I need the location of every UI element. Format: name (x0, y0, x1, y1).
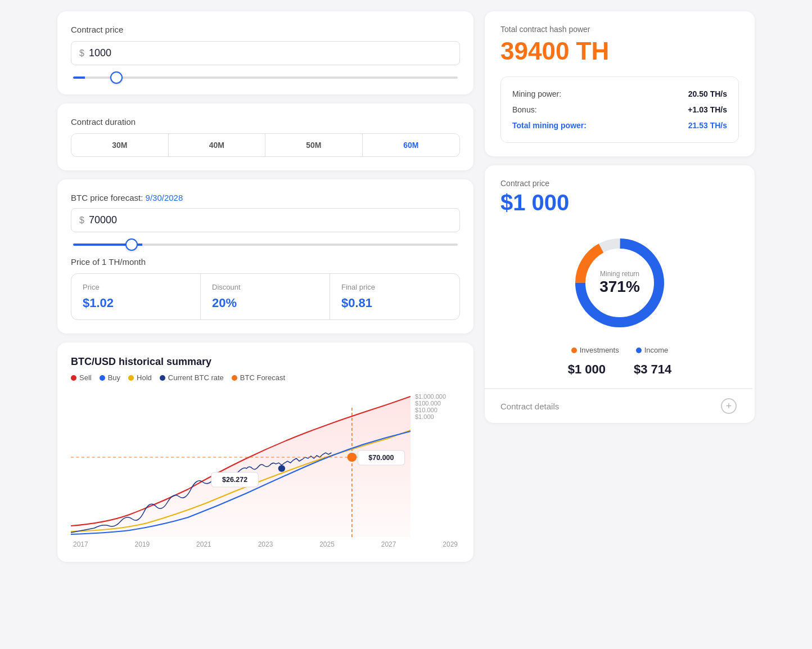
x-label-2025: 2025 (319, 540, 335, 548)
contract-price-slider[interactable] (73, 76, 458, 79)
invest-item: $1 000 (568, 362, 606, 377)
contract-price-input[interactable] (89, 47, 452, 59)
current-price-dot (278, 465, 285, 472)
btc-forecast-dot (232, 375, 237, 381)
bonus-label: Bonus: (512, 105, 537, 114)
contract-price-display-card: Contract price $1 000 Mining return 371% (485, 165, 755, 423)
x-label-2021: 2021 (196, 540, 211, 548)
sell-label: Sell (79, 373, 92, 382)
chart-y-axis: $1.000.000 $100.000 $10.000 $1.000 (415, 391, 460, 422)
price-value: $1.02 (83, 296, 189, 310)
btc-forecast-card: BTC price forecast: 9/30/2028 $ Price of… (57, 179, 473, 333)
contract-price-slider-wrap (71, 71, 460, 81)
invest-label: Investments (580, 346, 619, 354)
duration-tab-40m[interactable]: 40M (169, 134, 266, 156)
price-cell-2: Discount 20% (201, 274, 330, 319)
contract-duration-label: Contract duration (71, 117, 460, 127)
legend-sell: Sell (71, 373, 92, 382)
price-cell-3: Final price $0.81 (330, 274, 459, 319)
current-annotation-text: $26.272 (222, 476, 247, 484)
chart-x-axis: 2017 2019 2021 2023 2025 2027 2029 (71, 540, 460, 548)
legend-btc-forecast: BTC Forecast (232, 373, 285, 382)
income-label: Income (644, 346, 669, 354)
donut-label: Mining return (599, 270, 640, 278)
invest-legend: Investments (571, 346, 619, 354)
final-price-value: $0.81 (341, 296, 448, 310)
discount-value: 20% (212, 296, 318, 310)
btc-forecast-label: BTC price forecast: 9/30/2028 (71, 193, 460, 202)
expand-contract-button[interactable]: + (721, 398, 737, 414)
current-btc-dot (160, 375, 165, 381)
contract-price-card: Contract price $ (57, 11, 473, 94)
hash-details-box: Mining power: 20.50 TH/s Bonus: +1.03 TH… (500, 76, 739, 143)
forecast-dot (348, 453, 357, 462)
legend-hold: Hold (128, 373, 152, 382)
y-label-100k: $100.000 (415, 400, 460, 407)
income-value: $3 714 (634, 362, 671, 377)
price-label: Price (83, 283, 189, 291)
x-label-2023: 2023 (258, 540, 273, 548)
total-mining-value: 21.53 TH/s (688, 121, 727, 130)
btc-forecast-date-link[interactable]: 9/30/2028 (146, 193, 183, 202)
y-label-10k: $10.000 (415, 407, 460, 413)
right-panel: Total contract hash power 39400 TH Minin… (485, 11, 755, 562)
btc-currency-symbol: $ (79, 215, 84, 226)
contract-price-display-title: Contract price (500, 179, 739, 188)
mining-power-label: Mining power: (512, 89, 561, 98)
duration-tab-30m[interactable]: 30M (71, 134, 169, 156)
bonus-value: +1.03 TH/s (688, 105, 727, 114)
bonus-row: Bonus: +1.03 TH/s (512, 102, 727, 118)
price-cell-1: Price $1.02 (71, 274, 201, 319)
total-mining-label: Total mining power: (512, 121, 587, 130)
chart-legend: Sell Buy Hold Current BTC rate BTC Forec… (71, 373, 460, 382)
donut-chart: Mining return 371% (563, 227, 676, 339)
income-dot (636, 348, 642, 353)
sell-fill-area (71, 396, 410, 537)
contract-price-display-value: $1 000 (500, 190, 739, 215)
legend-current-btc: Current BTC rate (160, 373, 224, 382)
btc-forecast-legend-label: BTC Forecast (240, 373, 285, 382)
final-price-label: Final price (341, 283, 448, 291)
chart-card: BTC/USD historical summary Sell Buy Hold… (57, 342, 473, 562)
current-btc-label: Current BTC rate (168, 373, 224, 382)
donut-section: Mining return 371% Investments Income (500, 227, 739, 377)
donut-percent: 371% (599, 278, 640, 296)
x-label-2027: 2027 (381, 540, 396, 548)
contract-price-label: Contract price (71, 25, 460, 34)
btc-price-input-wrap: $ (71, 208, 460, 232)
price-th-label: Price of 1 TH/month (71, 257, 460, 267)
contract-duration-card: Contract duration 30M 40M 50M 60M (57, 103, 473, 170)
duration-tab-60m[interactable]: 60M (363, 134, 460, 156)
legend-buy: Buy (100, 373, 120, 382)
sell-dot (71, 375, 76, 381)
contract-details-label: Contract details (500, 402, 559, 411)
forecast-annotation-text: $70.000 (368, 454, 394, 462)
price-table: Price $1.02 Discount 20% Final price $0.… (71, 273, 460, 320)
invest-value: $1 000 (568, 362, 606, 377)
btc-price-slider[interactable] (73, 244, 458, 246)
hold-label: Hold (137, 373, 152, 382)
x-label-2017: 2017 (73, 540, 88, 548)
y-label-1k: $1.000 (415, 413, 460, 420)
chart-title: BTC/USD historical summary (71, 356, 460, 368)
total-mining-row: Total mining power: 21.53 TH/s (512, 118, 727, 133)
contract-price-input-wrap: $ (71, 41, 460, 65)
buy-label: Buy (108, 373, 120, 382)
invest-legend-row: Investments Income (571, 346, 669, 354)
income-legend: Income (636, 346, 669, 354)
mining-power-value: 20.50 TH/s (688, 89, 727, 98)
donut-center: Mining return 371% (599, 270, 640, 296)
btc-price-input[interactable] (89, 214, 452, 226)
discount-label: Discount (212, 283, 318, 291)
x-label-2019: 2019 (135, 540, 150, 548)
contract-details-section: Contract details + (485, 388, 752, 423)
contract-currency-symbol: $ (79, 48, 84, 58)
mining-power-row: Mining power: 20.50 TH/s (512, 86, 727, 102)
income-item: $3 714 (634, 362, 671, 377)
chart-svg: $26.272 $70.000 (71, 391, 410, 537)
duration-tab-50m[interactable]: 50M (265, 134, 363, 156)
x-label-2029: 2029 (443, 540, 458, 548)
left-panel: Contract price $ Contract duration 30M 4… (57, 11, 473, 562)
duration-tabs: 30M 40M 50M 60M (71, 133, 460, 157)
hash-power-card: Total contract hash power 39400 TH Minin… (485, 11, 755, 156)
